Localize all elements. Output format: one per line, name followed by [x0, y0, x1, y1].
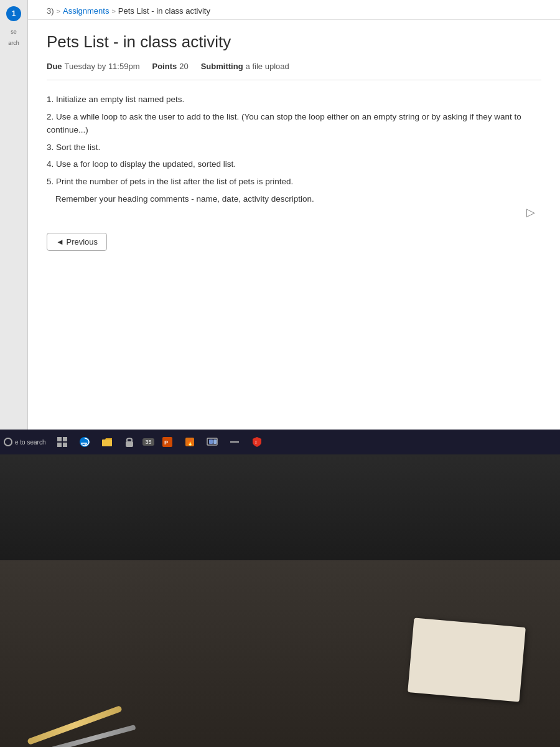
- taskbar-explorer-icon[interactable]: [98, 433, 116, 451]
- taskbar-screen-icon[interactable]: [203, 433, 222, 451]
- taskbar-lock-icon[interactable]: [120, 433, 139, 451]
- svg-rect-14: [230, 441, 239, 443]
- list-item: 1. Initialize an empty list named pets.: [47, 93, 541, 106]
- due-meta: Due Tuesday by 11:59pm: [47, 62, 140, 71]
- list-item: 4. Use a for loop to display the updated…: [47, 157, 541, 171]
- svg-text:🔥: 🔥: [187, 439, 194, 446]
- taskbar-edge-icon[interactable]: [75, 433, 94, 451]
- desk-area: [0, 454, 560, 747]
- sidebar: 1 se arch: [0, 0, 28, 454]
- svg-rect-13: [213, 439, 217, 444]
- submitting-meta: Submitting a file upload: [201, 62, 289, 71]
- svg-rect-12: [209, 439, 213, 444]
- breadcrumb-part1: 3): [47, 6, 54, 16]
- submitting-label: Submitting: [201, 62, 243, 71]
- cursor-arrow-icon: ▷: [526, 205, 535, 219]
- taskbar-search-text[interactable]: e to search: [15, 439, 45, 446]
- list-item: 5. Print the number of pets in the list …: [47, 175, 541, 189]
- meta-bar: Due Tuesday by 11:59pm Points 20 Submitt…: [47, 62, 541, 80]
- breadcrumb: 3) > Assignments > Pets List - in class …: [28, 0, 560, 20]
- breadcrumb-current-page: Pets List - in class activity: [118, 6, 210, 16]
- page-body: Pets List - in class activity Due Tuesda…: [28, 20, 560, 263]
- svg-rect-6: [126, 441, 133, 447]
- points-meta: Points 20: [152, 62, 189, 71]
- svg-text:P: P: [164, 439, 168, 446]
- taskbar: e to search: [0, 430, 560, 454]
- svg-rect-1: [63, 437, 67, 441]
- main-content: 3) > Assignments > Pets List - in class …: [28, 0, 560, 454]
- notebook-object: [408, 618, 526, 702]
- previous-button[interactable]: ◄ Previous: [47, 233, 107, 251]
- taskbar-antivirus-icon[interactable]: !: [248, 433, 266, 451]
- sidebar-label-arch: arch: [8, 40, 19, 46]
- breadcrumb-sep1: >: [57, 7, 60, 15]
- sidebar-label-se: se: [11, 29, 17, 35]
- svg-rect-0: [57, 437, 62, 441]
- taskbar-notification-badge: 35: [142, 438, 154, 446]
- taskbar-windows-icon[interactable]: [53, 433, 72, 451]
- svg-rect-5: [102, 439, 112, 446]
- screen-area: 1 se arch 3) > Assignments > Pets List -…: [0, 0, 560, 454]
- due-value: Tuesday by 11:59pm: [65, 62, 140, 71]
- taskbar-flame-icon[interactable]: 🔥: [180, 433, 199, 451]
- points-value: 20: [179, 62, 188, 71]
- svg-rect-3: [63, 443, 67, 447]
- points-label: Points: [152, 62, 177, 71]
- svg-text:!: !: [255, 439, 257, 445]
- breadcrumb-assignments-link[interactable]: Assignments: [63, 6, 109, 16]
- taskbar-powerpoint-icon[interactable]: P: [158, 433, 177, 451]
- list-item: 3. Sort the list.: [47, 141, 541, 154]
- instructions-list: 1. Initialize an empty list named pets. …: [47, 93, 541, 205]
- breadcrumb-sep2: >: [111, 7, 115, 15]
- list-item: Remember your heading comments - name, d…: [47, 192, 541, 206]
- page-title: Pets List - in class activity: [47, 32, 541, 52]
- list-item: 2. Use a while loop to ask the user to a…: [47, 110, 541, 137]
- sidebar-badge: 1: [6, 6, 21, 21]
- due-label: Due: [47, 62, 62, 71]
- taskbar-apps: 35 P 🔥: [48, 433, 556, 451]
- submitting-value: a file upload: [246, 62, 289, 71]
- taskbar-minus-icon[interactable]: [225, 433, 244, 451]
- svg-rect-2: [57, 443, 62, 447]
- search-circle-icon: [4, 438, 12, 446]
